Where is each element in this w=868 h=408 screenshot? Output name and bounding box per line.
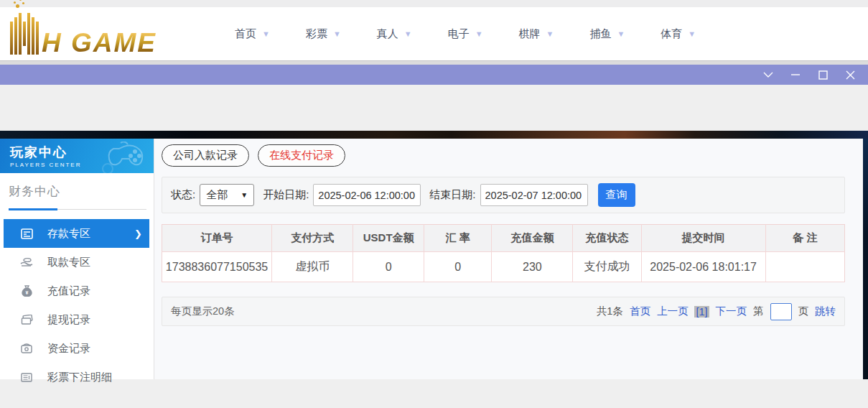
jump-suffix-label: 页 (798, 305, 809, 318)
chevron-down-icon: ▼ (546, 29, 554, 38)
sidebar-item-withdrawal-records[interactable]: 提现记录 (0, 305, 154, 334)
brand-name: H GAME (42, 31, 157, 55)
svg-text:¥: ¥ (25, 290, 28, 295)
withdraw-hand-icon (20, 256, 33, 269)
sidebar-item-label: 彩票下注明细 (47, 371, 112, 384)
player-center-sidebar: 玩家中心 PLAYERS CENTER 财务中心 (0, 139, 154, 379)
col-remark: 备 注 (765, 225, 844, 252)
chevron-down-icon: ▼ (688, 29, 696, 38)
current-page-indicator: [1] (694, 306, 709, 317)
tab-online-payment-records[interactable]: 在线支付记录 (258, 144, 345, 167)
deposit-card-icon (20, 227, 33, 240)
tab-company-deposit-records[interactable]: 公司入款记录 (162, 144, 249, 167)
sidebar-section-title: 财务中心 (9, 183, 154, 200)
payment-records-table: 订单号 支付方式 USDT金额 汇 率 充值金额 充值状态 提交时间 备 注 1… (162, 224, 845, 282)
query-button[interactable]: 查询 (598, 183, 635, 207)
moneybag-icon: ¥ (20, 284, 33, 297)
cell-recharge-status: 支付成功 (573, 252, 641, 282)
chevron-down-icon: ▼ (333, 29, 341, 38)
gamepad-icon (95, 142, 146, 173)
sidebar-item-label: 取款专区 (47, 256, 90, 269)
nav-item-slots[interactable]: 电子▼ (448, 27, 483, 41)
main-nav: 首页▼ 彩票▼ 真人▼ 电子▼ 棋牌▼ 捕鱼▼ 体育▼ (235, 27, 696, 41)
sidebar-item-recharge-records[interactable]: ¥ 充值记录 (0, 277, 154, 305)
chevron-down-icon[interactable] (760, 67, 776, 83)
page-jump-input[interactable] (770, 303, 792, 320)
sidebar-section: 财务中心 (0, 173, 154, 210)
brand-logo-icon (10, 13, 39, 55)
col-usdt-amount: USDT金额 (353, 225, 424, 252)
jump-button[interactable]: 跳转 (815, 305, 836, 318)
chevron-down-icon: ▼ (475, 29, 483, 38)
cell-submit-time: 2025-02-06 18:01:17 (641, 252, 765, 282)
section-underline (9, 208, 154, 210)
first-page-link[interactable]: 首页 (630, 305, 650, 318)
sidebar-item-deposit[interactable]: 存款专区 ❯ (4, 219, 149, 248)
nav-item-live[interactable]: 真人▼ (377, 27, 412, 41)
cell-recharge-amount: 230 (492, 252, 573, 282)
maximize-icon[interactable] (815, 67, 831, 83)
sidebar-item-label: 资金记录 (47, 342, 90, 356)
bet-detail-icon (20, 371, 33, 384)
sidebar-item-label: 提现记录 (47, 313, 90, 327)
chevron-down-icon: ▼ (262, 29, 270, 38)
jump-prefix-label: 第 (753, 305, 764, 318)
background-banner-strip (0, 131, 868, 139)
funds-icon (20, 342, 33, 355)
status-select-value: 全部 (206, 188, 228, 202)
cell-payment-method: 虚拟币 (272, 252, 353, 282)
record-tabs: 公司入款记录 在线支付记录 (162, 144, 845, 167)
table-header-row: 订单号 支付方式 USDT金额 汇 率 充值金额 充值状态 提交时间 备 注 (162, 225, 845, 252)
sidebar-header: 玩家中心 PLAYERS CENTER (0, 139, 154, 173)
sidebar-item-label: 存款专区 (47, 227, 90, 241)
nav-item-lottery[interactable]: 彩票▼ (306, 27, 341, 41)
nav-item-home[interactable]: 首页▼ (235, 27, 270, 41)
cell-exchange-rate: 0 (424, 252, 492, 282)
nav-item-fishing[interactable]: 捕鱼▼ (589, 27, 625, 41)
window-title-bar (0, 65, 868, 85)
col-order-number: 订单号 (162, 225, 272, 252)
nav-item-chess[interactable]: 棋牌▼ (519, 27, 554, 41)
right-background-edge (863, 139, 868, 379)
filter-bar: 状态: 全部 ▼ 开始日期: 结束日期: 查询 (162, 177, 845, 213)
chevron-down-icon: ▼ (617, 29, 625, 38)
page-size-text: 每页显示20条 (171, 305, 235, 318)
cell-remark (765, 252, 844, 282)
site-header: H GAME 首页▼ 彩票▼ 真人▼ 电子▼ 棋牌▼ 捕鱼▼ 体育▼ (0, 7, 868, 60)
end-date-label: 结束日期: (429, 188, 475, 202)
table-row: 1738836077150535 虚拟币 0 0 230 支付成功 2025-0… (162, 252, 845, 282)
col-recharge-status: 充值状态 (573, 225, 641, 252)
col-exchange-rate: 汇 率 (424, 225, 492, 252)
start-date-label: 开始日期: (263, 188, 309, 202)
end-date-input[interactable] (480, 184, 588, 206)
top-gray-strip (0, 0, 868, 7)
prev-page-link[interactable]: 上一页 (657, 305, 689, 318)
sidebar-item-withdraw[interactable]: 取款专区 (0, 248, 154, 277)
brand-logo[interactable]: H GAME (10, 13, 200, 55)
start-date-input[interactable] (313, 184, 421, 206)
chevron-down-icon: ▼ (404, 29, 412, 38)
col-recharge-amount: 充值金额 (492, 225, 573, 252)
minimize-icon[interactable] (788, 67, 803, 83)
close-icon[interactable] (842, 67, 858, 83)
pagination-bar: 每页显示20条 共1条 首页 上一页 [1] 下一页 第 页 跳转 (162, 297, 845, 326)
header-spacer (0, 85, 868, 131)
withdraw-record-icon (20, 313, 33, 326)
next-page-link[interactable]: 下一页 (716, 305, 747, 318)
col-submit-time: 提交时间 (641, 225, 765, 252)
status-label: 状态: (171, 188, 195, 202)
sidebar-menu: 存款专区 ❯ 取款专区 ¥ 充值记录 提现记录 (0, 219, 154, 391)
cell-order-number: 1738836077150535 (162, 252, 272, 282)
cell-usdt-amount: 0 (353, 252, 424, 282)
sidebar-item-lottery-bet-detail[interactable]: 彩票下注明细 (0, 363, 154, 391)
chevron-down-icon: ▼ (241, 191, 248, 199)
records-main-panel: 公司入款记录 在线支付记录 状态: 全部 ▼ 开始日期: 结束日期: 查询 订单… (154, 139, 863, 379)
nav-item-sports[interactable]: 体育▼ (661, 27, 696, 41)
status-select[interactable]: 全部 ▼ (200, 184, 254, 206)
total-count-text: 共1条 (597, 305, 623, 318)
sidebar-item-funds-records[interactable]: 资金记录 (0, 334, 154, 363)
chevron-right-icon: ❯ (134, 228, 142, 239)
sidebar-item-label: 充值记录 (47, 284, 90, 298)
col-payment-method: 支付方式 (272, 225, 353, 252)
